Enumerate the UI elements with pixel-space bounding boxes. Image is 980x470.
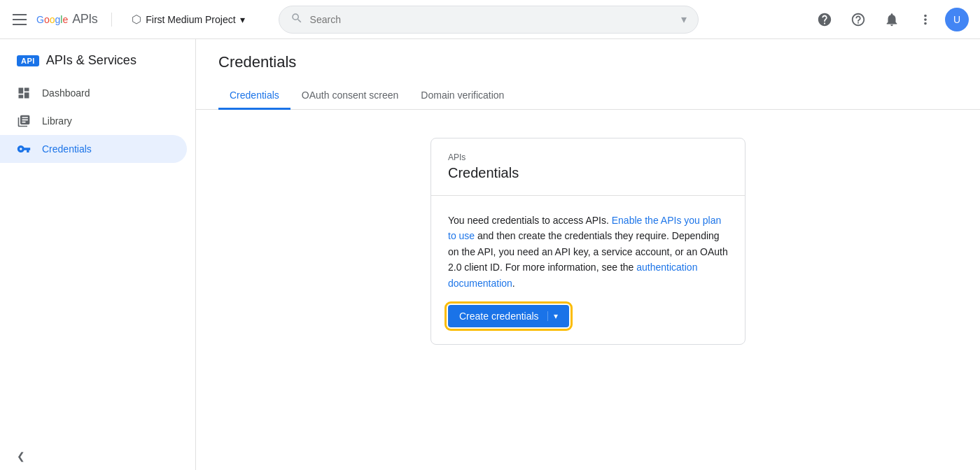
sidebar-nav: Dashboard Library Credentials	[0, 79, 195, 163]
sidebar-item-credentials[interactable]: Credentials	[0, 135, 187, 163]
support-icon-btn[interactable]	[811, 6, 839, 34]
credentials-card: APIs Credentials You need credentials to…	[430, 138, 746, 345]
project-dots-icon: ⬡	[132, 13, 141, 26]
project-name: First Medium Project	[146, 14, 235, 25]
tab-oauth-consent[interactable]: OAuth consent screen	[290, 83, 410, 110]
sidebar-item-library-label: Library	[42, 115, 72, 127]
sidebar-header: API APIs & Services	[0, 48, 195, 79]
create-credentials-label: Create credentials	[459, 311, 539, 322]
topbar: Google APIs ⬡ First Medium Project ▾ ▾	[0, 0, 980, 39]
topbar-left: Google APIs ⬡ First Medium Project ▾	[11, 10, 251, 29]
description-text-1: You need credentials to access APIs.	[448, 215, 612, 226]
main-layout: API APIs & Services Dashboard Library	[0, 39, 980, 470]
card-description: You need credentials to access APIs. Ena…	[448, 213, 728, 291]
collapse-icon: ❮	[17, 450, 25, 462]
card-apis-label: APIs	[448, 152, 728, 162]
create-credentials-button[interactable]: Create credentials ▾	[448, 305, 569, 327]
search-bar[interactable]: ▾	[279, 6, 699, 34]
project-selector[interactable]: ⬡ First Medium Project ▾	[126, 10, 250, 29]
content-area: Credentials Credentials OAuth consent sc…	[196, 39, 980, 470]
api-badge: API	[17, 55, 39, 66]
sidebar-item-library[interactable]: Library	[0, 107, 187, 135]
sidebar-item-dashboard[interactable]: Dashboard	[0, 79, 187, 107]
tab-domain-verification[interactable]: Domain verification	[410, 83, 515, 110]
card-body: You need credentials to access APIs. Ena…	[431, 196, 745, 344]
credentials-icon	[17, 142, 31, 156]
search-icon	[290, 12, 303, 27]
dashboard-icon	[17, 86, 31, 100]
content-header: Credentials Credentials OAuth consent sc…	[196, 39, 980, 110]
apis-text: APIs	[72, 12, 97, 27]
project-dropdown-icon: ▾	[240, 14, 245, 25]
more-options-icon-btn[interactable]	[911, 6, 939, 34]
create-credentials-dropdown-icon: ▾	[547, 311, 558, 321]
topbar-right: U	[811, 6, 969, 34]
sidebar-item-dashboard-label: Dashboard	[42, 87, 90, 99]
tabs: Credentials OAuth consent screen Domain …	[218, 83, 958, 109]
notifications-icon-btn[interactable]	[878, 6, 906, 34]
logo-divider	[111, 13, 112, 27]
sidebar-title: APIs & Services	[46, 53, 136, 68]
sidebar-item-credentials-label: Credentials	[42, 143, 92, 155]
page-title: Credentials	[218, 53, 958, 71]
sidebar: API APIs & Services Dashboard Library	[0, 39, 196, 470]
content-body: APIs Credentials You need credentials to…	[196, 110, 980, 373]
user-avatar[interactable]: U	[945, 8, 969, 31]
library-icon	[17, 114, 31, 128]
card-top: APIs Credentials	[431, 138, 745, 196]
search-dropdown-icon[interactable]: ▾	[681, 13, 687, 26]
google-apis-logo[interactable]: Google APIs	[36, 12, 97, 27]
search-input[interactable]	[310, 14, 674, 25]
card-title: Credentials	[448, 165, 728, 181]
tab-credentials[interactable]: Credentials	[218, 83, 290, 110]
hamburger-menu-icon[interactable]	[11, 11, 28, 28]
help-icon-btn[interactable]	[844, 6, 872, 34]
description-text-3: .	[512, 278, 515, 289]
sidebar-collapse-btn[interactable]: ❮	[0, 442, 195, 470]
google-wordmark: Google	[36, 14, 68, 25]
